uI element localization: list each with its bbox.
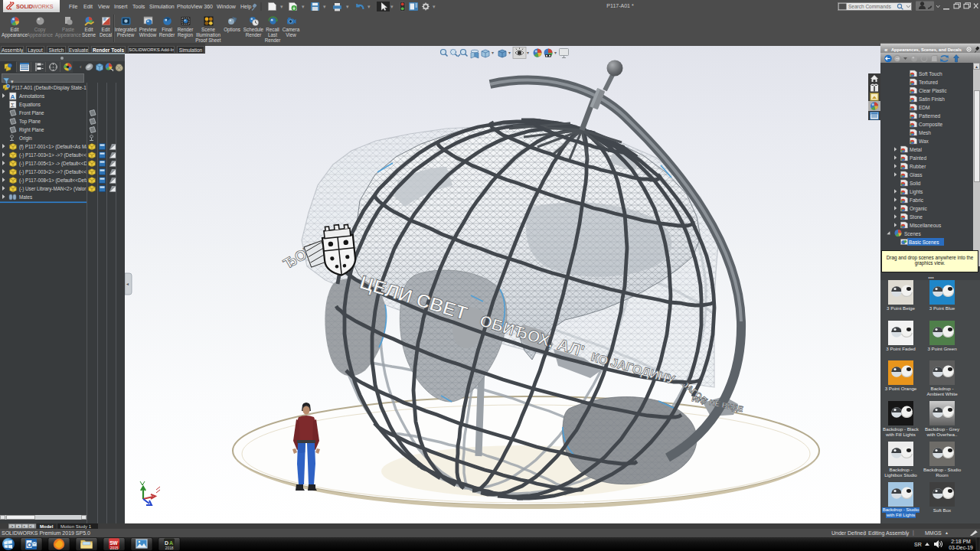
svg-text:Wax: Wax (919, 139, 929, 144)
svg-text:Stone: Stone (910, 214, 923, 220)
svg-text:Mesh: Mesh (919, 130, 931, 135)
svg-text:▾: ▾ (433, 4, 436, 9)
svg-text:Front Plane: Front Plane (19, 110, 44, 116)
svg-text:A: A (11, 93, 15, 100)
svg-text:▾: ▾ (508, 51, 511, 55)
svg-text:WORKS: WORKS (33, 3, 54, 10)
svg-text:▾: ▾ (554, 51, 557, 55)
svg-text:Organic: Organic (910, 206, 928, 212)
svg-text:Lights: Lights (910, 189, 923, 195)
svg-text:P117-A01 (Default<Display Sta: P117-A01 (Default<Display State-1>) (11, 85, 91, 91)
svg-text:(-) P117-008<1> (Default<<Defa: (-) P117-008<1> (Default<<Defau (19, 178, 91, 184)
svg-text:Textured: Textured (919, 80, 938, 85)
svg-text:(f) P117-001<1> (Default<As Ma: (f) P117-001<1> (Default<As Mac (19, 144, 91, 150)
svg-text:▾: ▾ (346, 4, 349, 9)
svg-text:▸|: ▸| (30, 524, 32, 528)
svg-text:(-) P117-003<2> ->? (Default<<: (-) P117-003<2> ->? (Default<<D (19, 169, 90, 175)
svg-text:(-) User Library-MAN<2> (Valor: (-) User Library-MAN<2> (Valor p (19, 186, 90, 192)
svg-text:▾: ▾ (323, 4, 326, 9)
svg-text:2015: 2015 (110, 546, 119, 550)
svg-text:Scenes: Scenes (904, 231, 921, 236)
svg-text:EDM: EDM (919, 105, 929, 110)
svg-text:SR: SR (914, 542, 922, 547)
svg-text:Soft Touch: Soft Touch (919, 71, 942, 77)
svg-text:‹: ‹ (80, 64, 82, 70)
svg-text:Annotations: Annotations (19, 93, 44, 99)
svg-text:Basic Scenes: Basic Scenes (909, 240, 939, 245)
svg-text:▾: ▾ (280, 4, 283, 9)
svg-text:Motion Study 1: Motion Study 1 (60, 524, 92, 529)
svg-text:▾: ▾ (390, 4, 394, 9)
svg-text:Right Plane: Right Plane (19, 127, 44, 133)
svg-text:2:18 PM: 2:18 PM (951, 539, 971, 544)
svg-text:◂: ◂ (18, 524, 19, 528)
svg-text:SW: SW (109, 540, 118, 546)
svg-text:03-Dec-19: 03-Dec-19 (949, 545, 973, 550)
svg-text:Clear Plastic: Clear Plastic (919, 88, 947, 93)
svg-text:▾: ▾ (368, 4, 371, 9)
svg-text:SOLID: SOLID (16, 3, 33, 10)
svg-text:◂: ◂ (126, 282, 129, 286)
svg-text:Composite: Composite (919, 122, 942, 128)
svg-text:Appearances, Scenes, and Decal: Appearances, Scenes, and Decals (891, 47, 962, 52)
svg-text:(-) P117-005<1> -> (Default<<: (-) P117-005<1> -> (Default<<De (19, 161, 90, 167)
svg-text:D: D (165, 540, 168, 546)
svg-text:Search Commands: Search Commands (848, 4, 891, 9)
svg-text:▾: ▾ (302, 4, 305, 9)
svg-text:Glass: Glass (910, 172, 923, 178)
svg-text:A: A (169, 540, 173, 546)
svg-text:O: O (27, 541, 32, 549)
svg-text:2018: 2018 (165, 546, 174, 550)
svg-text:|◂: |◂ (11, 524, 13, 528)
svg-text:Model: Model (40, 524, 54, 529)
svg-text:Patterned: Patterned (919, 113, 941, 119)
svg-text:Σ: Σ (11, 102, 15, 109)
svg-text:Metal: Metal (910, 147, 922, 152)
svg-text:Satin Finish: Satin Finish (919, 96, 945, 102)
svg-text:Rubber: Rubber (910, 164, 926, 169)
svg-text:Solid: Solid (910, 181, 921, 186)
svg-text:Mates: Mates (19, 194, 32, 200)
svg-text:(-) P117-003<1> ->? (Default<<: (-) P117-003<1> ->? (Default<<D (19, 152, 90, 158)
svg-text:▸: ▸ (24, 524, 25, 528)
svg-text:Painted: Painted (910, 155, 926, 161)
svg-text:Fabric: Fabric (910, 197, 924, 203)
svg-text:Miscellaneous: Miscellaneous (910, 223, 942, 228)
svg-text:▾: ▾ (527, 51, 529, 55)
svg-text:Top Plane: Top Plane (19, 119, 41, 125)
svg-text:Origin: Origin (19, 135, 32, 142)
svg-text:Equations: Equations (19, 102, 41, 108)
svg-text:▾: ▾ (492, 51, 494, 55)
